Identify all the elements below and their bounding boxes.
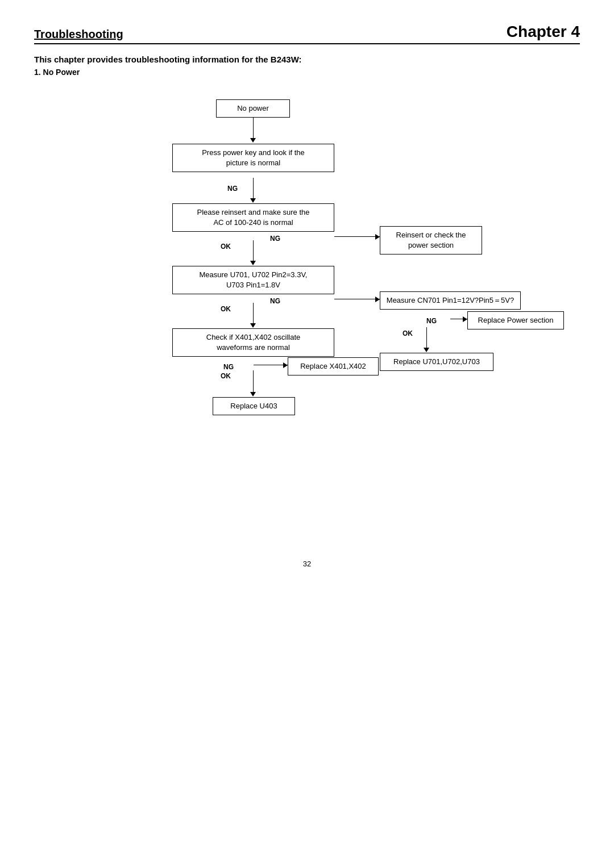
- box-measure-u701: Measure U701, U702 Pin2=3.3V, U703 Pin1=…: [172, 266, 334, 294]
- page-number: 32: [34, 560, 580, 568]
- box-replace-u403: Replace U403: [213, 397, 295, 415]
- box-press-power: Press power key and look if the picture …: [172, 144, 334, 172]
- box-replace-x401: Replace X401,X402: [288, 357, 379, 375]
- box-no-power: No power: [216, 99, 290, 118]
- label-ng-3: NG: [270, 297, 280, 305]
- section-label: 1. No Power: [34, 68, 580, 77]
- section-title-left: Troubleshooting: [34, 28, 123, 41]
- box-reinsert-ac: Please reinsert and make sure the AC of …: [172, 203, 334, 232]
- box-reinsert-check: Reinsert or check the power section: [380, 226, 482, 254]
- label-ok-2: OK: [221, 305, 231, 313]
- box-replace-u701: Replace U701,U702,U703: [380, 353, 493, 371]
- box-replace-power: Replace Power section: [467, 311, 564, 329]
- box-check-x401: Check if X401,X402 oscillate waveforms a…: [172, 328, 334, 357]
- box-measure-cn701: Measure CN701 Pin1=12V?Pin5＝5V?: [380, 291, 521, 310]
- label-ng-4: NG: [426, 317, 437, 325]
- label-ng-5: NG: [223, 363, 234, 371]
- page-header: Troubleshooting Chapter 4: [34, 23, 580, 44]
- label-ok-1: OK: [221, 243, 231, 251]
- label-ng-2: NG: [270, 235, 280, 243]
- flowchart: No power Press power key and look if the…: [51, 94, 563, 537]
- label-ng-1: NG: [227, 185, 238, 193]
- label-ok-3: OK: [403, 329, 413, 337]
- label-ok-4: OK: [221, 372, 231, 380]
- page-subtitle: This chapter provides troubleshooting in…: [34, 55, 580, 64]
- chapter-title: Chapter 4: [507, 23, 580, 41]
